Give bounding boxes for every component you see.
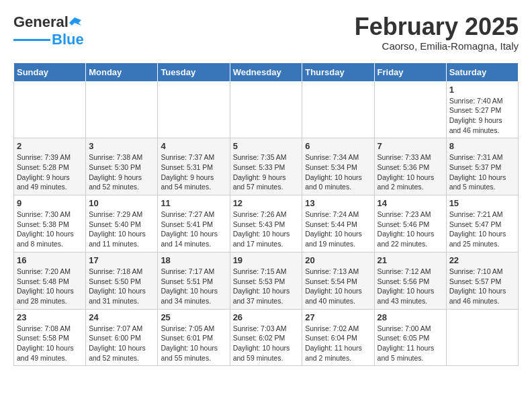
day-number: 5: [233, 141, 300, 151]
day-info: Sunrise: 7:17 AM Sunset: 5:51 PM Dayligh…: [161, 267, 226, 306]
calendar-dow-thursday: Thursday: [302, 62, 374, 81]
day-info: Sunrise: 7:05 AM Sunset: 6:01 PM Dayligh…: [161, 324, 226, 363]
day-info: Sunrise: 7:40 AM Sunset: 5:27 PM Dayligh…: [449, 96, 515, 136]
day-number: 19: [233, 255, 300, 265]
calendar-day-cell: 14Sunrise: 7:23 AM Sunset: 5:46 PM Dayli…: [374, 195, 446, 253]
day-info: Sunrise: 7:08 AM Sunset: 5:58 PM Dayligh…: [17, 324, 83, 363]
calendar-empty-cell: [302, 81, 374, 138]
calendar-dow-tuesday: Tuesday: [158, 62, 230, 81]
day-info: Sunrise: 7:00 AM Sunset: 6:05 PM Dayligh…: [378, 324, 443, 363]
calendar-day-cell: 6Sunrise: 7:34 AM Sunset: 5:34 PM Daylig…: [302, 138, 374, 195]
day-info: Sunrise: 7:18 AM Sunset: 5:50 PM Dayligh…: [89, 267, 154, 306]
svg-marker-0: [69, 17, 81, 26]
calendar-day-cell: 24Sunrise: 7:07 AM Sunset: 6:00 PM Dayli…: [86, 309, 158, 366]
day-info: Sunrise: 7:23 AM Sunset: 5:46 PM Dayligh…: [378, 210, 443, 249]
calendar-day-cell: 27Sunrise: 7:02 AM Sunset: 6:04 PM Dayli…: [302, 309, 374, 366]
day-info: Sunrise: 7:27 AM Sunset: 5:41 PM Dayligh…: [161, 210, 226, 249]
calendar-day-cell: 10Sunrise: 7:29 AM Sunset: 5:40 PM Dayli…: [86, 195, 158, 253]
page-title: February 2025: [355, 13, 519, 40]
day-number: 18: [161, 255, 226, 265]
calendar-dow-monday: Monday: [86, 62, 158, 81]
page-subtitle: Caorso, Emilia-Romagna, Italy: [355, 40, 519, 52]
calendar-empty-cell: [446, 309, 518, 366]
logo-blue: Blue: [52, 31, 84, 48]
day-number: 26: [233, 312, 300, 322]
calendar-day-cell: 21Sunrise: 7:12 AM Sunset: 5:56 PM Dayli…: [374, 252, 446, 309]
calendar-day-cell: 12Sunrise: 7:26 AM Sunset: 5:43 PM Dayli…: [230, 195, 302, 253]
day-number: 23: [17, 312, 83, 322]
calendar-day-cell: 3Sunrise: 7:38 AM Sunset: 5:30 PM Daylig…: [86, 138, 158, 195]
day-number: 13: [305, 198, 371, 208]
calendar-day-cell: 23Sunrise: 7:08 AM Sunset: 5:58 PM Dayli…: [14, 309, 86, 366]
day-info: Sunrise: 7:26 AM Sunset: 5:43 PM Dayligh…: [233, 210, 300, 249]
day-number: 27: [305, 312, 371, 322]
calendar-table: SundayMondayTuesdayWednesdayThursdayFrid…: [13, 62, 519, 367]
calendar-dow-friday: Friday: [374, 62, 446, 81]
day-number: 20: [305, 255, 371, 265]
calendar-day-cell: 13Sunrise: 7:24 AM Sunset: 5:44 PM Dayli…: [302, 195, 374, 253]
day-number: 21: [378, 255, 443, 265]
calendar-empty-cell: [158, 81, 230, 138]
day-number: 14: [378, 198, 443, 208]
calendar-week-row: 2Sunrise: 7:39 AM Sunset: 5:28 PM Daylig…: [14, 138, 519, 195]
day-number: 7: [378, 141, 443, 151]
day-number: 1: [449, 85, 515, 95]
day-info: Sunrise: 7:29 AM Sunset: 5:40 PM Dayligh…: [89, 210, 154, 249]
calendar-header-row: SundayMondayTuesdayWednesdayThursdayFrid…: [14, 62, 519, 81]
calendar-day-cell: 7Sunrise: 7:33 AM Sunset: 5:36 PM Daylig…: [374, 138, 446, 195]
day-number: 15: [449, 198, 515, 208]
day-number: 11: [161, 198, 226, 208]
calendar-day-cell: 19Sunrise: 7:15 AM Sunset: 5:53 PM Dayli…: [230, 252, 302, 309]
day-number: 2: [17, 141, 83, 151]
calendar-empty-cell: [14, 81, 86, 138]
day-info: Sunrise: 7:37 AM Sunset: 5:31 PM Dayligh…: [161, 152, 226, 192]
day-info: Sunrise: 7:35 AM Sunset: 5:33 PM Dayligh…: [233, 152, 300, 192]
calendar-empty-cell: [230, 81, 302, 138]
day-info: Sunrise: 7:03 AM Sunset: 6:02 PM Dayligh…: [233, 324, 300, 363]
calendar-day-cell: 16Sunrise: 7:20 AM Sunset: 5:48 PM Dayli…: [14, 252, 86, 309]
calendar-day-cell: 26Sunrise: 7:03 AM Sunset: 6:02 PM Dayli…: [230, 309, 302, 366]
title-block: February 2025 Caorso, Emilia-Romagna, It…: [355, 13, 519, 52]
calendar-day-cell: 28Sunrise: 7:00 AM Sunset: 6:05 PM Dayli…: [374, 309, 446, 366]
calendar-week-row: 9Sunrise: 7:30 AM Sunset: 5:38 PM Daylig…: [14, 195, 519, 253]
day-number: 17: [89, 255, 154, 265]
day-info: Sunrise: 7:21 AM Sunset: 5:47 PM Dayligh…: [449, 210, 515, 249]
calendar-empty-cell: [86, 81, 158, 138]
day-number: 3: [89, 141, 154, 151]
logo-bird-icon: [69, 16, 81, 28]
day-info: Sunrise: 7:38 AM Sunset: 5:30 PM Dayligh…: [89, 152, 154, 192]
calendar-day-cell: 1Sunrise: 7:40 AM Sunset: 5:27 PM Daylig…: [446, 81, 518, 138]
calendar-day-cell: 17Sunrise: 7:18 AM Sunset: 5:50 PM Dayli…: [86, 252, 158, 309]
calendar-day-cell: 25Sunrise: 7:05 AM Sunset: 6:01 PM Dayli…: [158, 309, 230, 366]
day-number: 9: [17, 198, 83, 208]
calendar-day-cell: 5Sunrise: 7:35 AM Sunset: 5:33 PM Daylig…: [230, 138, 302, 195]
logo-general: General: [13, 13, 69, 31]
calendar-empty-cell: [374, 81, 446, 138]
calendar-day-cell: 22Sunrise: 7:10 AM Sunset: 5:57 PM Dayli…: [446, 252, 518, 309]
page-header: General Blue February 2025 Caorso, Emili…: [13, 13, 519, 52]
calendar-day-cell: 9Sunrise: 7:30 AM Sunset: 5:38 PM Daylig…: [14, 195, 86, 253]
day-info: Sunrise: 7:34 AM Sunset: 5:34 PM Dayligh…: [305, 152, 371, 192]
day-info: Sunrise: 7:30 AM Sunset: 5:38 PM Dayligh…: [17, 210, 83, 249]
day-number: 28: [378, 312, 443, 322]
day-info: Sunrise: 7:15 AM Sunset: 5:53 PM Dayligh…: [233, 267, 300, 306]
day-info: Sunrise: 7:13 AM Sunset: 5:54 PM Dayligh…: [305, 267, 371, 306]
day-info: Sunrise: 7:31 AM Sunset: 5:37 PM Dayligh…: [449, 152, 515, 192]
calendar-week-row: 16Sunrise: 7:20 AM Sunset: 5:48 PM Dayli…: [14, 252, 519, 309]
calendar-day-cell: 20Sunrise: 7:13 AM Sunset: 5:54 PM Dayli…: [302, 252, 374, 309]
day-info: Sunrise: 7:12 AM Sunset: 5:56 PM Dayligh…: [378, 267, 443, 306]
calendar-day-cell: 11Sunrise: 7:27 AM Sunset: 5:41 PM Dayli…: [158, 195, 230, 253]
day-info: Sunrise: 7:33 AM Sunset: 5:36 PM Dayligh…: [378, 152, 443, 192]
calendar-dow-saturday: Saturday: [446, 62, 518, 81]
calendar-week-row: 1Sunrise: 7:40 AM Sunset: 5:27 PM Daylig…: [14, 81, 519, 138]
day-number: 16: [17, 255, 83, 265]
day-number: 12: [233, 198, 300, 208]
calendar-day-cell: 18Sunrise: 7:17 AM Sunset: 5:51 PM Dayli…: [158, 252, 230, 309]
calendar-dow-wednesday: Wednesday: [230, 62, 302, 81]
day-info: Sunrise: 7:39 AM Sunset: 5:28 PM Dayligh…: [17, 152, 83, 192]
day-number: 25: [161, 312, 226, 322]
day-number: 22: [449, 255, 515, 265]
calendar-week-row: 23Sunrise: 7:08 AM Sunset: 5:58 PM Dayli…: [14, 309, 519, 366]
day-number: 6: [305, 141, 371, 151]
day-number: 24: [89, 312, 154, 322]
